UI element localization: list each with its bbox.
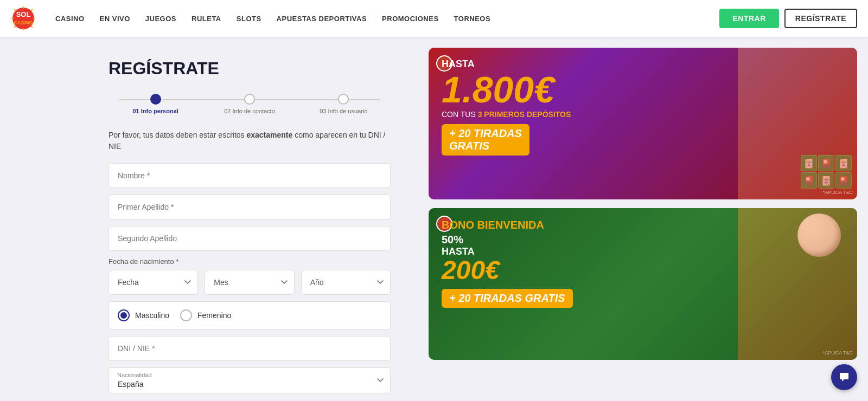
svg-text:CASINO: CASINO [14, 20, 33, 25]
nav-apuestas[interactable]: APUESTAS DEPORTIVAS [277, 15, 367, 23]
header-actions: ENTRAR REGÍSTRATE [719, 9, 857, 28]
nav-promociones[interactable]: PROMOCIONES [382, 15, 438, 23]
gender-femenino-option[interactable]: Femenino [180, 309, 231, 321]
gender-row: Masculino Femenino [108, 301, 391, 329]
banner2-amount: 200€ [442, 257, 844, 283]
svg-line-10 [14, 26, 16, 28]
logo-sun-icon: SOL CASINO [11, 6, 36, 31]
femenino-label: Femenino [197, 311, 231, 320]
mes-select[interactable]: Mes [205, 270, 294, 295]
svg-text:SOL: SOL [16, 10, 31, 18]
nav-casino[interactable]: CASINO [55, 15, 85, 23]
nombre-input[interactable] [108, 163, 391, 188]
page-title: REGÍSTRATE [108, 59, 391, 79]
banner1-amount: 1.800€ [442, 71, 844, 108]
form-section: REGÍSTRATE 01 Info personal 02 Info de c… [0, 37, 423, 401]
nav-slots[interactable]: SLOTS [237, 15, 261, 23]
registrate-header-button[interactable]: REGÍSTRATE [784, 9, 857, 28]
dni-input[interactable] [108, 336, 391, 361]
banner1-tiradas: + 20 TIRADAS GRATIS [442, 124, 529, 156]
fecha-select[interactable]: Fecha [108, 270, 198, 295]
logo-link[interactable]: SOL CASINO [11, 6, 39, 31]
casino-banner-content: HASTA 1.800€ CON TUS 3 PRIMEROS DEPÓSITO… [429, 48, 857, 199]
ano-select[interactable]: Año [301, 270, 391, 295]
banner2-bono: BONO BIENVENIDA [442, 219, 844, 231]
step-1-label: 01 Info personal [132, 108, 178, 114]
step-2-label: 02 Info de contacto [224, 108, 275, 114]
info-text: Por favor, tus datos deben estar escrito… [108, 130, 391, 152]
date-row: Fecha Mes Año [108, 270, 391, 295]
primer-apellido-input[interactable] [108, 195, 391, 219]
svg-line-7 [14, 9, 16, 11]
sports-bonus-banner[interactable]: BONO BIENVENIDA 50% HASTA 200€ + 20 TIRA… [429, 208, 857, 360]
segundo-apellido-field [108, 226, 391, 251]
nationality-label: Nacionalidad [117, 372, 152, 378]
stepper: 01 Info personal 02 Info de contacto 03 … [108, 94, 391, 114]
step-2: 02 Info de contacto [202, 94, 296, 114]
masculino-radio[interactable] [118, 309, 130, 321]
step-1: 01 Info personal [108, 94, 202, 114]
main-nav: CASINO EN VIVO JUEGOS RULETA SLOTS APUES… [55, 15, 719, 23]
banner1-hasta: HASTA [442, 59, 844, 70]
banner2-tiradas: + 20 TIRADAS GRATIS [442, 289, 573, 308]
segundo-apellido-input[interactable] [108, 226, 391, 251]
banner2-hasta: HASTA [442, 246, 844, 257]
chat-button[interactable] [831, 364, 857, 390]
nombre-field [108, 163, 391, 188]
dni-field [108, 336, 391, 361]
sports-banner-content: BONO BIENVENIDA 50% HASTA 200€ + 20 TIRA… [429, 208, 857, 360]
svg-line-8 [31, 26, 33, 28]
step-3: 03 Info de usuario [297, 94, 391, 114]
main-content: REGÍSTRATE 01 Info personal 02 Info de c… [0, 37, 868, 401]
nationality-field: Nacionalidad España [108, 367, 391, 393]
casino-bonus-banner[interactable]: HASTA 1.800€ CON TUS 3 PRIMEROS DEPÓSITO… [429, 48, 857, 199]
gender-masculino-option[interactable]: Masculino [118, 309, 169, 321]
nav-torneos[interactable]: TORNEOS [454, 15, 491, 23]
fecha-label: Fecha de nacimiento * [108, 257, 391, 266]
nav-juegos[interactable]: JUEGOS [145, 15, 176, 23]
entrar-button[interactable]: ENTRAR [719, 9, 778, 28]
nav-en-vivo[interactable]: EN VIVO [100, 15, 130, 23]
banner2-aplica: *APLICA T&C [823, 350, 853, 355]
femenino-radio[interactable] [180, 309, 192, 321]
step-3-label: 03 Info de usuario [320, 108, 367, 114]
chat-icon [838, 371, 851, 384]
banner2-porcentaje: 50% [442, 234, 844, 246]
banner1-aplica: *APLICA T&C [823, 190, 853, 195]
step-3-dot [338, 94, 349, 105]
primer-apellido-field [108, 195, 391, 219]
step-2-dot [244, 94, 255, 105]
masculino-label: Masculino [135, 311, 169, 320]
step-1-dot [150, 94, 161, 105]
banner1-con-tus: CON TUS 3 PRIMEROS DEPÓSITOS [442, 110, 844, 119]
sidebar-banners: HASTA 1.800€ CON TUS 3 PRIMEROS DEPÓSITO… [423, 37, 868, 401]
svg-line-9 [31, 9, 33, 11]
header: SOL CASINO CASINO EN VIVO JUEGOS RULETA … [0, 0, 868, 37]
nav-ruleta[interactable]: RULETA [192, 15, 221, 23]
